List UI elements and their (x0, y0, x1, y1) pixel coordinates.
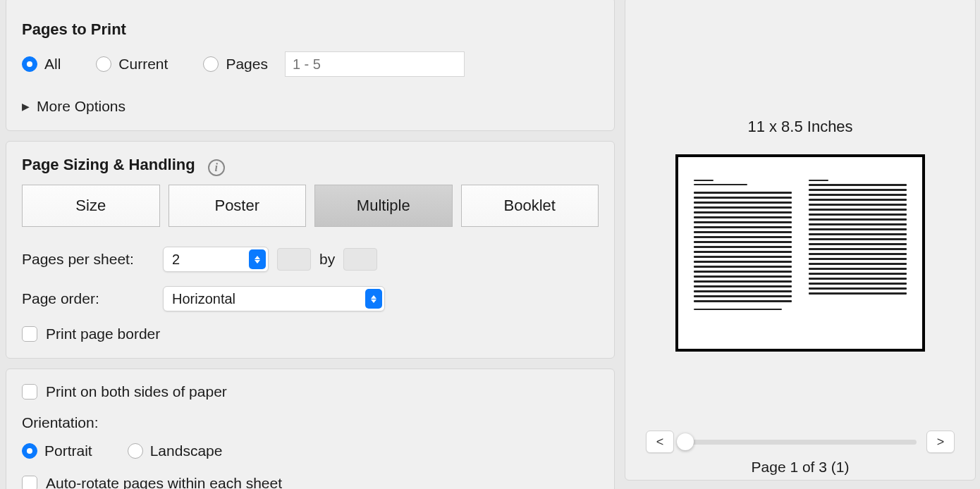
radio-portrait-label: Portrait (44, 442, 92, 459)
radio-current[interactable] (96, 56, 111, 72)
booklet-button[interactable]: Booklet (461, 185, 599, 227)
print-border-checkbox[interactable] (22, 326, 37, 342)
pages-to-print-title: Pages to Print (22, 20, 599, 39)
prev-page-button[interactable]: < (646, 431, 674, 453)
radio-current-label: Current (118, 56, 168, 73)
page-preview (675, 154, 925, 352)
stepper-icon (249, 249, 266, 269)
radio-all[interactable] (22, 56, 37, 72)
poster-button[interactable]: Poster (169, 185, 307, 227)
sizing-panel: Page Sizing & Handling i Size Poster Mul… (6, 141, 615, 359)
paper-size-label: 11 x 8.5 Inches (625, 118, 975, 136)
page-order-label: Page order: (22, 290, 163, 307)
stepper-icon (365, 289, 382, 309)
pages-per-sheet-label: Pages per sheet: (22, 251, 163, 268)
both-sides-label: Print on both sides of paper (46, 383, 227, 400)
both-sides-checkbox[interactable] (22, 384, 37, 400)
next-page-button[interactable]: > (926, 431, 955, 453)
multiple-button[interactable]: Multiple (314, 185, 453, 227)
by-label: by (319, 251, 335, 268)
pages-to-print-panel: Pages to Print All Current Pages ▶ More … (6, 0, 615, 131)
auto-rotate-checkbox[interactable] (22, 476, 37, 489)
preview-page-2 (809, 180, 907, 326)
radio-pages[interactable] (203, 56, 219, 72)
slider-thumb[interactable] (677, 433, 694, 450)
info-icon[interactable]: i (208, 159, 225, 176)
preview-panel: 11 x 8.5 Inches (625, 0, 976, 481)
duplex-panel: Print on both sides of paper Orientation… (6, 369, 615, 489)
auto-rotate-label: Auto-rotate pages within each sheet (46, 475, 282, 489)
page-order-select[interactable]: Horizontal (163, 286, 385, 311)
radio-portrait[interactable] (22, 443, 37, 459)
print-border-label: Print page border (46, 326, 160, 342)
more-options-toggle[interactable]: ▶ More Options (22, 98, 599, 115)
radio-landscape[interactable] (128, 443, 143, 459)
custom-cols-input[interactable] (277, 248, 311, 271)
chevron-right-icon: ▶ (22, 101, 30, 112)
page-indicator: Page 1 of 3 (1) (625, 459, 975, 476)
custom-rows-input[interactable] (343, 248, 377, 271)
more-options-label: More Options (37, 98, 125, 115)
pages-per-sheet-select[interactable]: 2 (163, 247, 269, 272)
page-slider[interactable] (684, 440, 917, 445)
sizing-title: Page Sizing & Handling i (22, 156, 599, 175)
radio-all-label: All (44, 56, 61, 73)
orientation-label: Orientation: (22, 414, 599, 431)
size-button[interactable]: Size (22, 185, 160, 227)
preview-page-1 (694, 180, 792, 326)
radio-pages-label: Pages (226, 56, 268, 73)
page-range-input[interactable] (285, 51, 465, 77)
radio-landscape-label: Landscape (150, 442, 223, 459)
